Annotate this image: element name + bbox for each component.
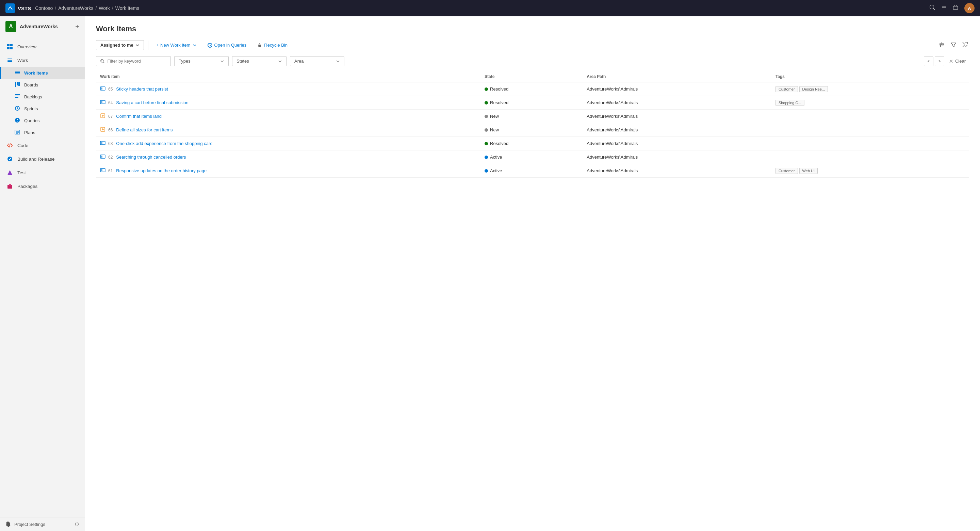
state-label: Resolved: [490, 86, 508, 92]
sidebar-item-build-release[interactable]: Build and Release: [0, 152, 85, 166]
item-title[interactable]: Define all sizes for cart items: [116, 127, 172, 132]
item-title[interactable]: Confirm that items land: [116, 114, 162, 119]
item-title[interactable]: Searching through cancelled orders: [116, 155, 186, 159]
bag-icon[interactable]: [953, 5, 958, 11]
states-dropdown[interactable]: States: [232, 56, 286, 66]
sidebar-item-work-items[interactable]: Work Items: [0, 67, 85, 79]
table-row[interactable]: 61 Responsive updates on the order histo…: [96, 164, 969, 178]
cell-tags: [772, 123, 969, 137]
item-title[interactable]: Responsive updates on the order history …: [116, 168, 207, 173]
svg-rect-19: [16, 131, 19, 132]
sprints-label: Sprints: [24, 106, 38, 111]
clear-button[interactable]: Clear: [946, 57, 969, 65]
packages-label: Packages: [18, 184, 37, 189]
state-dot: [485, 88, 488, 91]
table-row[interactable]: 62 Searching through cancelled orders Ac…: [96, 150, 969, 164]
svg-rect-4: [10, 47, 13, 49]
table-header: Work item State Area Path Tags: [96, 72, 969, 82]
page-title: Work Items: [96, 24, 969, 33]
cell-state: Resolved: [480, 82, 582, 96]
expand-icon[interactable]: [961, 40, 969, 50]
sidebar-item-queries[interactable]: Queries: [0, 115, 85, 127]
keyword-input[interactable]: [108, 59, 166, 64]
breadcrumb-work[interactable]: Work: [99, 5, 110, 11]
plans-icon: [14, 129, 20, 136]
state-dot: [485, 169, 488, 172]
tag: Customer: [775, 168, 798, 174]
settings-icon[interactable]: [938, 40, 946, 50]
cell-state: New: [480, 110, 582, 123]
prev-page-button[interactable]: [924, 56, 933, 66]
next-page-button[interactable]: [935, 56, 944, 66]
area-dropdown[interactable]: Area: [290, 56, 344, 66]
sidebar-item-boards[interactable]: Boards: [0, 79, 85, 91]
svg-rect-8: [15, 71, 20, 72]
project-settings[interactable]: Project Settings: [0, 517, 85, 531]
col-state: State: [480, 72, 582, 82]
svg-line-22: [10, 143, 10, 147]
cell-state: Resolved: [480, 137, 582, 150]
new-work-item-button[interactable]: + New Work Item: [153, 40, 201, 50]
cell-state: Active: [480, 150, 582, 164]
filter-icon[interactable]: [950, 40, 958, 50]
cell-work-item: 66 Define all sizes for cart items: [96, 123, 480, 137]
recycle-bin-label: Recycle Bin: [264, 43, 288, 48]
keyword-filter[interactable]: [96, 56, 171, 66]
sprints-icon: [14, 105, 20, 112]
filter-nav: Clear: [924, 56, 969, 66]
recycle-bin-button[interactable]: Recycle Bin: [253, 40, 292, 50]
item-title[interactable]: Saving a cart before final submission: [116, 100, 188, 105]
sidebar-item-packages[interactable]: Packages: [0, 179, 85, 193]
svg-rect-1: [7, 44, 10, 46]
test-icon: [6, 169, 13, 176]
item-title[interactable]: Sticky headers that persist: [116, 86, 168, 92]
breadcrumb-adventureworks[interactable]: AdventureWorks: [58, 5, 93, 11]
cell-area-path: AdventureWorks\Admirals: [582, 150, 772, 164]
sidebar-item-test[interactable]: Test: [0, 166, 85, 179]
sidebar-item-code[interactable]: Code: [0, 139, 85, 152]
col-work-item: Work item: [96, 72, 480, 82]
add-project-button[interactable]: +: [75, 23, 79, 30]
item-id: 62: [108, 155, 113, 159]
toolbar-separator-1: [148, 40, 148, 50]
tag: Shopping C...: [775, 100, 804, 106]
test-label: Test: [18, 170, 26, 175]
state-label: New: [490, 114, 499, 119]
sidebar-item-overview[interactable]: Overview: [0, 40, 85, 53]
svg-rect-31: [101, 88, 102, 89]
item-title[interactable]: One-click add experience from the shoppi…: [116, 141, 212, 146]
state-label: New: [490, 127, 499, 132]
user-avatar[interactable]: A: [964, 3, 975, 13]
item-id: 67: [108, 114, 113, 119]
sidebar-nav: Overview Work Work Items: [0, 37, 85, 517]
breadcrumb-contoso[interactable]: Contoso: [35, 5, 53, 11]
search-icon[interactable]: [930, 5, 935, 11]
table-row[interactable]: 63 One-click add experience from the sho…: [96, 137, 969, 150]
table-row[interactable]: 66 Define all sizes for cart items New A…: [96, 123, 969, 137]
state-dot: [485, 142, 488, 145]
types-dropdown[interactable]: Types: [174, 56, 229, 66]
list-icon[interactable]: [941, 5, 947, 11]
sidebar-item-backlogs[interactable]: Backlogs: [0, 91, 85, 103]
sidebar-item-plans[interactable]: Plans: [0, 127, 85, 139]
tag: Web UI: [799, 168, 818, 174]
table-row[interactable]: 64 Saving a cart before final submission…: [96, 96, 969, 110]
build-label: Build and Release: [18, 156, 55, 162]
state-label: Active: [490, 168, 502, 173]
app-logo[interactable]: VSTS: [5, 3, 31, 13]
table-row[interactable]: 67 Confirm that items land New Adventure…: [96, 110, 969, 123]
cell-tags: [772, 150, 969, 164]
open-queries-button[interactable]: Open in Queries: [204, 40, 251, 50]
type-icon: [100, 127, 105, 133]
sidebar-item-sprints[interactable]: Sprints: [0, 103, 85, 115]
sidebar-item-work[interactable]: Work: [0, 53, 85, 67]
work-items-icon: [14, 70, 20, 76]
assigned-to-me-button[interactable]: Assigned to me: [96, 40, 144, 50]
table-row[interactable]: 65 Sticky headers that persist Resolved …: [96, 82, 969, 96]
toolbar-right: [938, 40, 969, 50]
tag: Customer: [775, 86, 798, 92]
state-dot: [485, 156, 488, 159]
breadcrumb-work-items[interactable]: Work Items: [115, 5, 140, 11]
new-work-item-label: + New Work Item: [156, 43, 191, 48]
type-icon: [100, 154, 105, 160]
